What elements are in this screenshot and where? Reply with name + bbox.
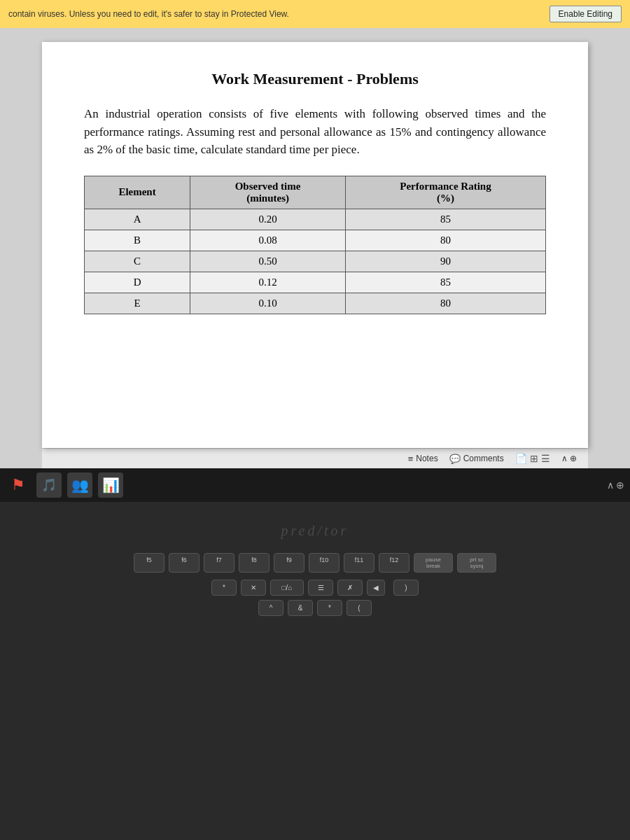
caret-key[interactable]: ^ <box>258 600 284 616</box>
page-title: Work Measurement - Problems <box>84 70 546 88</box>
ampersand-key[interactable]: & <box>288 600 313 616</box>
document-area: Work Measurement - Problems An industria… <box>0 28 630 468</box>
key-row-1: * ✕ □/⌂ ☰ ✗ ◀ ) <box>211 580 419 596</box>
page-body-text: An industrial operation consists of five… <box>84 105 546 159</box>
table-row: A0.2085 <box>85 209 546 230</box>
document-page: Work Measurement - Problems An industria… <box>42 42 588 448</box>
star-key[interactable]: * <box>317 600 342 616</box>
table-row: B0.0880 <box>85 230 546 251</box>
keyboard-brand: pred/tor <box>281 523 349 539</box>
back-key[interactable]: ◀ <box>367 580 385 596</box>
grid-view-icon[interactable]: ⊞ <box>530 453 538 464</box>
cross-key[interactable]: ✗ <box>337 580 363 596</box>
comments-button[interactable]: 💬 Comments <box>449 454 504 464</box>
key-row-2: ^ & * ( <box>258 600 372 616</box>
view-icons-group: 📄 ⊞ ☰ <box>515 453 550 464</box>
notes-button[interactable]: ≡ Notes <box>408 454 438 464</box>
table-row: C0.5090 <box>85 251 546 272</box>
table-row: D0.1285 <box>85 272 546 293</box>
f7-key[interactable]: f7 <box>204 553 234 573</box>
comments-icon: 💬 <box>449 454 461 464</box>
reading-view-icon[interactable]: 📄 <box>515 453 527 464</box>
f10-key[interactable]: f10 <box>309 553 340 573</box>
f8-key[interactable]: f8 <box>239 553 270 573</box>
taskbar-music-icon[interactable]: 🎵 <box>36 472 62 498</box>
menu-key[interactable]: ☰ <box>308 580 333 596</box>
f11-key[interactable]: f11 <box>344 553 374 573</box>
pause-break-key[interactable]: pausebreak <box>414 553 453 573</box>
close-key[interactable]: ✕ <box>241 580 266 596</box>
f9-key[interactable]: f9 <box>274 553 304 573</box>
paren-close-key[interactable]: ) <box>393 580 419 596</box>
taskbar-chevron-icon: ∧ ⊕ <box>607 479 625 491</box>
col-header-observed-time: Observed time(minutes) <box>190 176 346 209</box>
protected-view-bar: contain viruses. Unless you need to edit… <box>0 0 630 28</box>
notes-label: Notes <box>416 454 438 463</box>
enable-editing-button[interactable]: Enable Editing <box>550 6 622 22</box>
comments-label: Comments <box>463 454 504 463</box>
chevron-up-icon: ∧ ⊕ <box>561 454 577 463</box>
data-table: Element Observed time(minutes) Performan… <box>84 176 546 314</box>
paren-open-key[interactable]: ( <box>346 600 372 616</box>
table-row: E0.1080 <box>85 293 546 314</box>
f12-key[interactable]: f12 <box>379 553 410 573</box>
notes-icon: ≡ <box>408 454 414 464</box>
protected-view-message: contain viruses. Unless you need to edit… <box>8 9 544 19</box>
col-header-performance-rating: Performance Rating(%) <box>345 176 545 209</box>
f6-key[interactable]: f6 <box>169 553 200 573</box>
table-header-row: Element Observed time(minutes) Performan… <box>85 176 546 209</box>
taskbar-teams-icon[interactable]: 👥 <box>67 472 92 498</box>
fn-key-row: f5 f6 f7 f8 f9 f10 f11 f12 pausebreak pr… <box>134 553 496 573</box>
taskbar-home-icon[interactable]: ⚑ <box>6 472 31 498</box>
asterisk-key[interactable]: * <box>211 580 237 596</box>
folder-key[interactable]: □/⌂ <box>270 580 304 596</box>
taskbar: ⚑ 🎵 👥 📊 ∧ ⊕ <box>0 468 630 502</box>
outline-view-icon[interactable]: ☰ <box>541 453 550 464</box>
status-bar: ≡ Notes 💬 Comments 📄 ⊞ ☰ ∧ ⊕ <box>42 448 588 468</box>
keyboard-area: pred/tor f5 f6 f7 f8 f9 f10 f11 f12 paus… <box>0 502 630 840</box>
col-header-element: Element <box>85 176 190 209</box>
prt-sc-key[interactable]: prt scsysrq <box>457 553 496 573</box>
taskbar-powerpoint-icon[interactable]: 📊 <box>98 472 123 498</box>
f5-key[interactable]: f5 <box>134 553 164 573</box>
